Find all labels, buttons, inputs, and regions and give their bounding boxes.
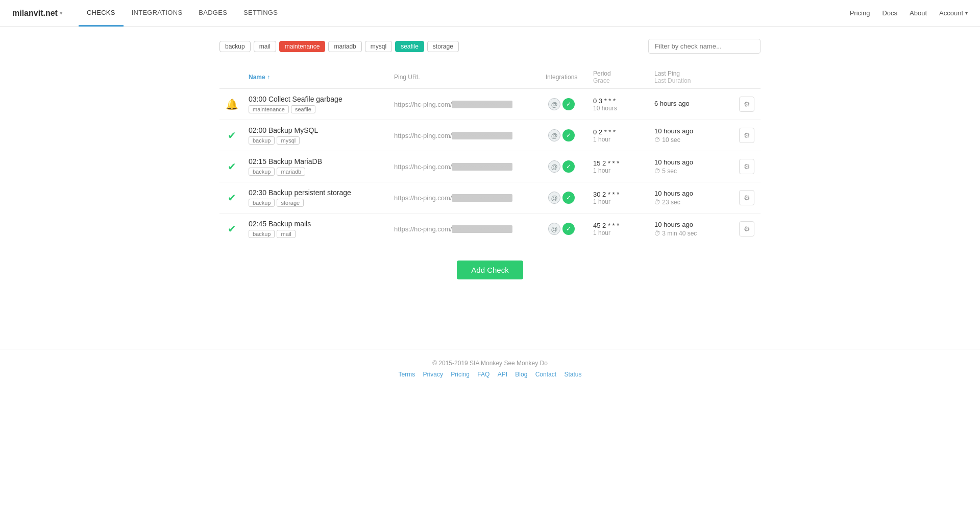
cell-lastping: 10 hours ago ⏱ 5 sec [648,151,735,182]
footer-faq[interactable]: FAQ [477,371,489,378]
tag-maintenance[interactable]: maintenance [279,41,326,52]
tag-mail[interactable]: mail [254,41,276,52]
last-ping-main: 10 hours ago [654,190,729,197]
check-tag[interactable]: backup [249,168,275,176]
email-integration-icon[interactable]: @ [548,160,560,173]
status-ok-icon: ✔ [228,223,236,234]
th-name[interactable]: Name ↑ [242,66,388,89]
cell-period: 30 2 * * * 1 hour [587,182,648,214]
th-actions [735,66,761,89]
ping-url: https://hc-ping.com/••••••••••••••••••••… [394,132,512,139]
period-main: 30 2 * * * [593,191,642,198]
integration-icons: @ ✓ [542,129,581,141]
account-link[interactable]: Account ▾ [939,9,968,17]
settings-button[interactable]: ⚙ [739,128,754,143]
email-integration-icon[interactable]: @ [548,98,560,110]
last-ping-main: 6 hours ago [654,100,729,107]
cell-integrations: @ ✓ [536,120,587,151]
footer-api[interactable]: API [498,371,507,378]
check-tag[interactable]: storage [277,199,304,207]
navbar-right: Pricing Docs About Account ▾ [850,9,968,17]
add-check-button[interactable]: Add Check [457,261,523,279]
email-integration-icon[interactable]: @ [548,129,560,141]
slack-integration-icon[interactable]: ✓ [562,160,575,173]
brand-link[interactable]: milanvit.net ▾ [12,9,62,18]
nav-settings[interactable]: SETTINGS [235,0,286,27]
about-link[interactable]: About [910,9,927,17]
footer-privacy[interactable]: Privacy [423,371,443,378]
last-duration: ⏱ 23 sec [654,199,729,206]
nav-badges[interactable]: BADGES [190,0,235,27]
docs-link[interactable]: Docs [882,9,897,17]
check-name[interactable]: 02:00 Backup MySQL [249,126,382,134]
check-tag[interactable]: mariadb [277,168,305,176]
add-check-row: Add Check [219,261,761,279]
check-name[interactable]: 02:30 Backup persistent storage [249,188,382,197]
cell-actions: ⚙ [735,120,761,151]
settings-button[interactable]: ⚙ [739,190,754,205]
footer-terms[interactable]: Terms [399,371,415,378]
cell-lastping: 10 hours ago ⏱ 23 sec [648,182,735,214]
footer-status[interactable]: Status [564,371,581,378]
check-tag[interactable]: seafile [291,105,315,113]
check-name[interactable]: 02:45 Backup mails [249,220,382,228]
check-tags: backupmariadb [249,168,382,176]
settings-button[interactable]: ⚙ [739,221,754,237]
settings-button[interactable]: ⚙ [739,159,754,174]
slack-integration-icon[interactable]: ✓ [562,98,575,110]
check-tag[interactable]: backup [249,230,275,238]
last-ping-main: 10 hours ago [654,221,729,228]
th-period: Period Grace [587,66,648,89]
check-tag[interactable]: mail [277,230,295,238]
slack-integration-icon[interactable]: ✓ [562,223,575,235]
tag-storage[interactable]: storage [427,41,459,52]
filter-input[interactable] [648,39,761,54]
brand-caret: ▾ [60,10,62,16]
slack-integration-icon[interactable]: ✓ [562,129,575,141]
check-name[interactable]: 03:00 Collect Seafile garbage [249,95,382,103]
main-content: backup mail maintenance mariadb mysql se… [209,27,771,308]
check-tag[interactable]: backup [249,199,275,207]
check-tag[interactable]: backup [249,136,275,145]
check-tags: maintenanceseafile [249,105,382,113]
tag-mysql[interactable]: mysql [365,41,392,52]
footer-blog[interactable]: Blog [515,371,527,378]
footer-pricing[interactable]: Pricing [451,371,470,378]
ping-url: https://hc-ping.com/••••••••••••••••••••… [394,225,512,233]
th-status [219,66,242,89]
table-row: ✔ 02:30 Backup persistent storage backup… [219,182,761,214]
cell-integrations: @ ✓ [536,89,587,120]
email-integration-icon[interactable]: @ [548,223,560,235]
footer: © 2015-2019 SIA Monkey See Monkey Do Ter… [0,349,980,388]
cell-period: 0 2 * * * 1 hour [587,120,648,151]
ping-url: https://hc-ping.com/••••••••••••••••••••… [394,163,512,171]
check-tag[interactable]: mysql [277,136,300,145]
period-main: 15 2 * * * [593,159,642,167]
pricing-link[interactable]: Pricing [850,9,870,17]
check-tag[interactable]: maintenance [249,105,289,113]
integration-icons: @ ✓ [542,160,581,173]
period-main: 0 2 * * * [593,128,642,136]
cell-ping-url: https://hc-ping.com/••••••••••••••••••••… [388,182,536,214]
email-integration-icon[interactable]: @ [548,192,560,204]
slack-integration-icon[interactable]: ✓ [562,192,575,204]
footer-contact[interactable]: Contact [535,371,556,378]
cell-name: 02:45 Backup mails backupmail [242,214,388,245]
period-grace: 1 hour [593,229,642,237]
cell-name: 03:00 Collect Seafile garbage maintenanc… [242,89,388,120]
cell-status: ✔ [219,120,242,151]
nav-checks[interactable]: CHECKS [79,0,124,27]
check-name[interactable]: 02:15 Backup MariaDB [249,157,382,166]
nav-integrations[interactable]: INTEGRATIONS [124,0,191,27]
account-label: Account [939,9,963,17]
cell-ping-url: https://hc-ping.com/••••••••••••••••••••… [388,214,536,245]
settings-button[interactable]: ⚙ [739,97,754,112]
cell-status: ✔ [219,151,242,182]
cell-status: ✔ [219,214,242,245]
integration-icons: @ ✓ [542,98,581,110]
tag-backup[interactable]: backup [219,41,251,52]
tag-seafile[interactable]: seafile [395,41,424,52]
tag-mariadb[interactable]: mariadb [328,41,361,52]
tags-row: backup mail maintenance mariadb mysql se… [219,39,761,54]
cell-actions: ⚙ [735,89,761,120]
